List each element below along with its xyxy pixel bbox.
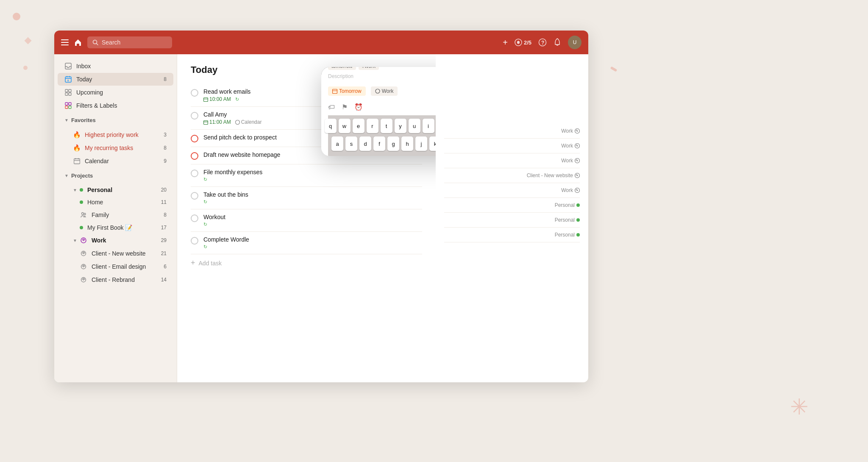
home-icon[interactable] (74, 38, 82, 47)
help-icon[interactable]: ? (538, 38, 547, 47)
add-icon[interactable]: + (503, 38, 508, 47)
key-a[interactable]: a (331, 136, 343, 151)
key-f[interactable]: f (373, 136, 385, 151)
add-task-button[interactable]: + Add task (191, 254, 422, 272)
svg-point-26 (83, 266, 84, 267)
task-checkbox-7[interactable] (191, 214, 198, 222)
recur-icon-7: ↻ (203, 222, 207, 227)
karma-badge[interactable]: 2/5 (515, 39, 531, 46)
recurring-badge: 8 (160, 145, 167, 151)
sidebar-item-today[interactable]: 8 Today 8 (58, 73, 173, 86)
sidebar-item-family[interactable]: Family 8 (58, 209, 173, 221)
svg-rect-0 (61, 39, 69, 40)
sidebar-item-upcoming[interactable]: Upcoming (58, 86, 173, 99)
sidebar: Inbox 8 Today 8 (54, 54, 177, 382)
key-y[interactable]: y (395, 119, 406, 133)
keyboard-row-2: a s d f g h j k l (330, 136, 436, 151)
book-dot (80, 226, 83, 229)
right-task-project-1: Work (561, 128, 580, 134)
bg-decor-3 (23, 66, 28, 70)
sidebar-item-recurring[interactable]: 🔥 My recurring tasks 8 (58, 142, 173, 154)
sidebar-item-home[interactable]: Home 11 (58, 196, 173, 208)
main-content: Inbox 8 Today 8 (54, 54, 588, 382)
svg-rect-10 (65, 89, 68, 92)
task-name-8: Complete Wordle (203, 236, 422, 243)
right-task-row: Work (444, 139, 580, 153)
sidebar-item-personal[interactable]: ▼ Personal 20 (58, 184, 173, 196)
book-badge: 17 (160, 225, 167, 231)
key-w[interactable]: w (339, 119, 351, 133)
project-pill[interactable]: Work (371, 86, 398, 96)
key-j[interactable]: j (415, 136, 427, 151)
sidebar-item-calendar[interactable]: Calendar 9 (58, 155, 173, 167)
right-task-row: Personal (444, 198, 580, 213)
book-label: My First Book 📝 (87, 224, 156, 231)
today-label: Today (76, 76, 156, 83)
svg-rect-37 (333, 89, 337, 94)
task-checkbox-5[interactable] (191, 170, 198, 177)
date-pill[interactable]: Tomorrow (328, 86, 366, 96)
upcoming-icon (64, 89, 72, 96)
key-e[interactable]: e (353, 119, 364, 133)
sidebar-item-client-website[interactable]: Client - New website 21 (58, 247, 173, 260)
task-checkbox-3[interactable] (191, 135, 198, 142)
right-task-project-8: Personal (555, 232, 580, 238)
task-checkbox-6[interactable] (191, 192, 198, 200)
favorites-section[interactable]: ▼ Favorites (58, 114, 173, 127)
notification-icon[interactable] (554, 38, 561, 47)
key-i[interactable]: i (423, 119, 434, 133)
home-sub-label: Home (87, 199, 156, 206)
key-d[interactable]: d (359, 136, 371, 151)
key-t[interactable]: t (381, 119, 392, 133)
personal-dot-right-2 (576, 218, 580, 222)
key-u[interactable]: u (409, 119, 420, 133)
date-label: Tomorrow (339, 88, 362, 94)
flag-action-icon[interactable]: 🏷 (328, 103, 335, 111)
quick-add-buttons: Tomorrow Work (328, 83, 436, 99)
right-task-row: Work (444, 183, 580, 198)
sidebar-item-filters[interactable]: Filters & Labels (58, 99, 173, 112)
key-k[interactable]: k (429, 136, 436, 151)
task-name-6: Take out the bins (203, 191, 422, 198)
upcoming-label: Upcoming (76, 89, 167, 96)
calendar-label: Calendar (85, 158, 156, 164)
sidebar-item-client-email[interactable]: Client - Email design 6 (58, 260, 173, 273)
svg-rect-7 (65, 63, 71, 69)
quick-add-tags: tomorrow #work (328, 67, 436, 70)
alarm-action-icon[interactable]: ⏰ (354, 103, 363, 111)
filters-label: Filters & Labels (76, 102, 167, 109)
calendar-icon (73, 157, 81, 165)
svg-point-19 (82, 213, 84, 215)
key-q[interactable]: q (325, 119, 337, 133)
recurring-label: My recurring tasks (85, 145, 156, 151)
svg-point-46 (577, 175, 578, 176)
task-checkbox-8[interactable] (191, 237, 198, 245)
bg-decor-1 (13, 13, 20, 20)
svg-point-28 (83, 279, 84, 281)
key-wrap-w: w (339, 119, 351, 133)
sidebar-item-client-rebrand[interactable]: Client - Rebrand 14 (58, 273, 173, 286)
key-wrap-q: q (325, 119, 337, 133)
projects-section[interactable]: ▼ Projects (58, 169, 173, 182)
key-h[interactable]: h (401, 136, 413, 151)
key-r[interactable]: r (367, 119, 378, 133)
sidebar-item-inbox[interactable]: Inbox (58, 60, 173, 72)
menu-icon[interactable] (61, 39, 69, 45)
bell-action-icon[interactable]: ⚑ (342, 103, 348, 111)
user-avatar[interactable]: U (568, 36, 581, 49)
task-row: File monthly expenses ↻ (191, 164, 422, 187)
task-checkbox-1[interactable] (191, 89, 198, 97)
sidebar-item-work[interactable]: ▼ Work 29 (58, 234, 173, 247)
task-checkbox-4[interactable] (191, 152, 198, 160)
key-s[interactable]: s (345, 136, 357, 151)
task-time-1: 10:00 AM (203, 96, 231, 102)
sidebar-item-highest-priority[interactable]: 🔥 Highest priority work 3 (58, 128, 173, 141)
home-badge: 11 (160, 199, 167, 205)
calendar-badge: 9 (160, 158, 167, 164)
family-badge: 8 (160, 212, 167, 218)
sidebar-item-book[interactable]: My First Book 📝 17 (58, 222, 173, 234)
task-checkbox-2[interactable] (191, 112, 198, 120)
key-g[interactable]: g (387, 136, 399, 151)
task-content-5: File monthly expenses ↻ (203, 169, 422, 182)
search-box[interactable]: Search (87, 36, 172, 48)
